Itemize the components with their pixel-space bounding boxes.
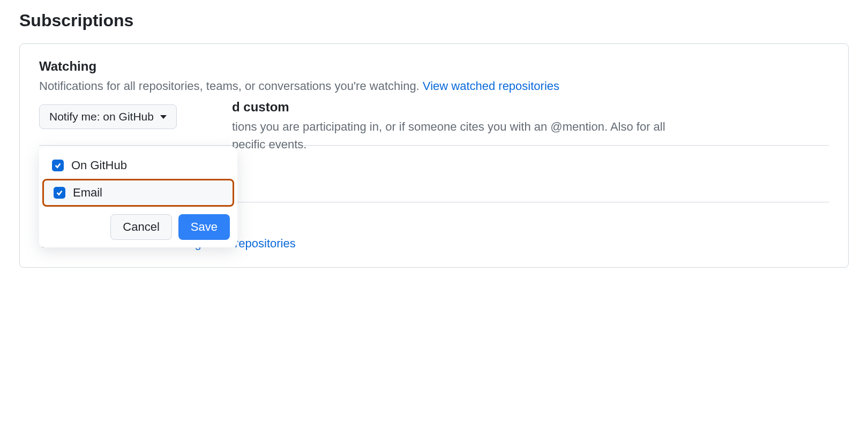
caret-down-icon (160, 115, 167, 119)
participating-heading: d custom (232, 100, 829, 115)
notify-me-dropdown[interactable]: Notify me: on GitHub (39, 104, 177, 129)
popup-actions: Cancel Save (39, 207, 237, 240)
participating-desc-line2: pecific events. (232, 138, 306, 151)
option-label: Email (73, 186, 102, 200)
checkbox-checked-icon (52, 160, 64, 171)
participating-desc-line1: tions you are participating in, or if so… (232, 120, 665, 133)
view-watched-repos-link[interactable]: View watched repositories (423, 79, 559, 93)
watching-desc-text: Notifications for all repositories, team… (39, 79, 423, 93)
option-on-github[interactable]: On GitHub (39, 152, 237, 179)
checkbox-checked-icon (54, 187, 65, 199)
option-email[interactable]: Email (42, 179, 234, 207)
subscriptions-card: Watching Notifications for all repositor… (19, 43, 849, 268)
page-title: Subscriptions (19, 11, 849, 31)
watching-description: Notifications for all repositories, team… (39, 77, 829, 95)
save-button[interactable]: Save (178, 214, 230, 240)
dropdown-label: Notify me: on GitHub (49, 110, 154, 123)
option-label: On GitHub (71, 158, 127, 172)
cancel-button[interactable]: Cancel (110, 214, 171, 240)
participating-description: tions you are participating in, or if so… (232, 118, 829, 153)
notify-options-popup: On GitHub Email Cancel Save (39, 147, 237, 247)
watching-heading: Watching (39, 59, 829, 74)
participating-section: d custom tions you are participating in,… (232, 100, 829, 153)
